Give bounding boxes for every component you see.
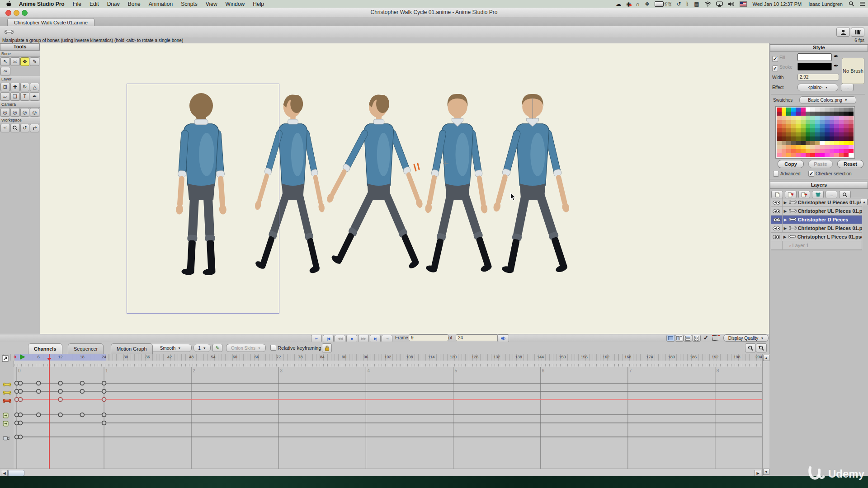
palette-swatch[interactable] [801, 116, 806, 120]
palette-swatch[interactable] [782, 153, 787, 157]
menu-window[interactable]: Window [222, 1, 249, 7]
menu-view[interactable]: View [202, 1, 222, 7]
menu-file[interactable]: File [69, 1, 85, 7]
palette-swatch[interactable] [849, 120, 854, 124]
palette-swatch[interactable] [782, 108, 787, 112]
hscroll-right-arrow[interactable]: ▶ [755, 470, 761, 476]
palette-swatch[interactable] [839, 153, 844, 157]
palette-swatch[interactable] [839, 128, 844, 132]
palette-swatch[interactable] [777, 116, 782, 120]
split-vertical-view-button[interactable] [675, 335, 684, 342]
keyframe-dot[interactable] [19, 389, 23, 394]
palette-swatch[interactable] [849, 112, 854, 116]
timeline-hscrollbar[interactable]: ◀ ▶ [0, 469, 762, 476]
palette-swatch[interactable] [782, 132, 787, 136]
palette-swatch[interactable] [844, 132, 849, 136]
palette-swatch[interactable] [839, 124, 844, 128]
palette-swatch[interactable] [810, 141, 815, 145]
timeline-scale-dropdown[interactable]: 1▼ [193, 344, 211, 352]
palette-swatch[interactable] [820, 112, 825, 116]
timeline-tab-sequencer[interactable]: Sequencer [68, 343, 104, 354]
palette-swatch[interactable] [791, 149, 796, 153]
palette-swatch[interactable] [815, 120, 820, 124]
checker-selection-checkbox[interactable]: ✓ [808, 171, 814, 177]
palette-swatch[interactable] [810, 145, 815, 149]
wifi-icon[interactable] [704, 0, 711, 8]
effect-dropdown[interactable]: <plain>▼ [797, 84, 838, 91]
tools-panel-header[interactable]: Tools [0, 43, 40, 51]
bone-channel-icon[interactable] [3, 397, 11, 405]
interpolation-dropdown[interactable]: Smooth▼ [149, 344, 192, 352]
palette-swatch[interactable] [801, 124, 806, 128]
palette-swatch[interactable] [786, 128, 791, 132]
hscroll-thumb[interactable] [8, 470, 24, 476]
pan-tilt-camera-tool[interactable]: ◎ [30, 108, 39, 117]
menu-help[interactable]: Help [249, 1, 268, 7]
palette-swatch[interactable] [849, 132, 854, 136]
battery-meter-icon[interactable]: 24.0021.59 [655, 0, 671, 8]
hscroll-left-arrow[interactable]: ◀ [1, 470, 8, 476]
menu-anime-studio-pro[interactable]: Anime Studio Pro [15, 1, 69, 7]
palette-swatch[interactable] [801, 128, 806, 132]
palette-swatch[interactable] [806, 141, 811, 145]
palette-swatch[interactable] [791, 124, 796, 128]
color-palette[interactable] [776, 107, 854, 158]
palette-swatch[interactable] [796, 116, 801, 120]
palette-swatch[interactable] [834, 145, 839, 149]
palette-swatch[interactable] [782, 124, 787, 128]
palette-swatch[interactable] [815, 108, 820, 112]
palette-swatch[interactable] [777, 145, 782, 149]
palette-swatch[interactable] [830, 116, 835, 120]
width-input[interactable]: 2.92 [797, 74, 839, 80]
keyframe-dot[interactable] [58, 381, 62, 385]
single-view-button[interactable] [666, 335, 675, 342]
palette-swatch[interactable] [825, 112, 830, 116]
palette-swatch[interactable] [844, 136, 849, 141]
palette-swatch[interactable] [815, 141, 820, 145]
palette-swatch[interactable] [849, 141, 854, 145]
palette-swatch[interactable] [806, 112, 811, 116]
palette-swatch[interactable] [839, 108, 844, 112]
keyframe-dot[interactable] [102, 421, 106, 425]
palette-swatch[interactable] [849, 145, 854, 149]
enable-drawing-check-icon[interactable]: ✓ [703, 334, 708, 341]
palette-swatch[interactable] [810, 112, 815, 116]
palette-swatch[interactable] [796, 124, 801, 128]
window-titlebar[interactable]: Christopher Walk Cycle 01.anime - Anime … [0, 8, 868, 18]
dropbox-icon[interactable]: ❖ [645, 0, 650, 8]
palette-swatch[interactable] [810, 120, 815, 124]
palette-swatch[interactable] [777, 136, 782, 141]
palette-swatch[interactable] [806, 136, 811, 141]
bone-channel-icon[interactable] [3, 380, 11, 389]
palette-swatch[interactable] [834, 108, 839, 112]
add-point-tool[interactable]: ✚ [10, 83, 20, 91]
palette-swatch[interactable] [825, 153, 830, 157]
layer-visibility-icon[interactable] [771, 207, 783, 215]
palette-swatch[interactable] [834, 120, 839, 124]
palette-swatch[interactable] [815, 132, 820, 136]
palette-swatch[interactable] [786, 149, 791, 153]
palette-swatch[interactable] [815, 153, 820, 157]
palette-swatch[interactable] [806, 132, 811, 136]
palette-swatch[interactable] [825, 132, 830, 136]
palette-swatch[interactable] [786, 116, 791, 120]
palette-swatch[interactable] [791, 136, 796, 141]
input-flag-icon[interactable] [740, 0, 747, 8]
palette-swatch[interactable] [786, 112, 791, 116]
keyframe-dot[interactable] [37, 381, 41, 385]
palette-swatch[interactable] [810, 116, 815, 120]
total-frames-input[interactable]: 24 [456, 334, 498, 341]
palette-swatch[interactable] [782, 120, 787, 124]
palette-swatch[interactable] [830, 153, 835, 157]
eyedropper-tool[interactable]: ✒ [30, 92, 39, 101]
palette-swatch[interactable] [791, 128, 796, 132]
split-horizontal-view-button[interactable] [684, 335, 692, 342]
palette-swatch[interactable] [825, 120, 830, 124]
palette-swatch[interactable] [796, 108, 801, 112]
palette-swatch[interactable] [796, 128, 801, 132]
palette-swatch[interactable] [806, 153, 811, 157]
stroke-color-swatch[interactable] [797, 63, 832, 70]
palette-swatch[interactable] [830, 124, 835, 128]
palette-swatch[interactable] [820, 145, 825, 149]
onion-skins-dropdown[interactable]: Onion Skins▼ [226, 344, 266, 352]
